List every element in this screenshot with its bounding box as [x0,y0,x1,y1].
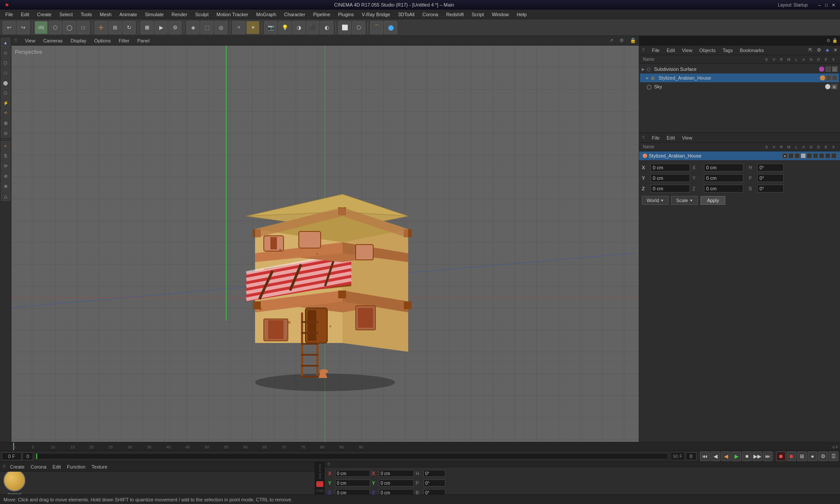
toolbar-sky[interactable]: ☀ [246,21,259,34]
toolbar-move[interactable]: ✛ [94,21,108,34]
sidebar-poly-select[interactable]: ⚡ [1,98,10,108]
obj-menu-edit[interactable]: Edit [665,48,677,53]
next-frame-button[interactable]: ▶▶ [752,452,762,461]
sidebar-subdiv[interactable]: ⊕ [1,181,10,191]
menu-3dtoall[interactable]: 3DToAll [395,11,418,18]
minimize-button[interactable]: – [816,2,822,8]
panel-settings-icon[interactable]: ⚙ [826,38,830,43]
obj-blue-icon[interactable]: ◈ [826,47,829,53]
menu-pipeline[interactable]: Pipeline [310,11,334,18]
toolbar-render-region[interactable]: ▦ [140,21,154,34]
record-auto-button[interactable]: ⏺ [787,452,796,461]
material-item-stylized[interactable]: Stylized [4,472,25,494]
sidebar-model[interactable]: ◇ [1,48,10,57]
viewport-menu-view[interactable]: View [23,38,37,43]
obj-row-house[interactable]: ▶ ⊞ Stylized_Arabian_House [640,74,839,82]
obj-vis-3[interactable]: ▩ [831,84,837,89]
obj-s-2[interactable] [826,75,831,80]
coord-panel-b[interactable] [424,489,445,494]
toolbar-render-view[interactable]: ▶ [154,21,168,34]
attr-selected-item[interactable]: Stylized_Arabian_House ● [639,151,840,160]
menu-help[interactable]: Help [513,11,530,18]
menu-file[interactable]: File [2,11,17,18]
menu-vray[interactable]: V-Ray Bridge [358,11,394,18]
attr-icon-7[interactable] [819,153,824,158]
menu-corona[interactable]: Corona [419,11,442,18]
viewport-lock-icon[interactable]: 🔒 [630,38,636,43]
material-tab-edit[interactable]: Edit [51,464,63,469]
toolbar-shader[interactable]: ◐ [320,21,333,34]
toolbar-wireframe[interactable]: ⬡ [352,21,365,34]
play-button[interactable]: ▶ [732,452,741,461]
coord-b-val[interactable] [757,185,784,192]
toolbar-redo[interactable]: ↪ [17,21,30,34]
sidebar-knife[interactable]: ≈ [1,141,10,150]
obj-menu-view[interactable]: View [680,48,694,53]
viewport-menu-display[interactable]: Display [69,38,88,43]
maximize-button[interactable]: □ [823,2,830,8]
toolbar-spline[interactable]: ⌒ [370,21,383,34]
sidebar-extrude[interactable]: ⊘ [1,171,10,181]
toolbar-scale[interactable]: ⊞ [108,21,122,34]
toolbar-display-mode[interactable]: ⬜ [338,21,351,34]
sidebar-obj-tool[interactable]: ▲ [1,38,10,47]
obj-v-2[interactable] [832,75,837,80]
record-button[interactable]: ⏺ [776,452,786,461]
obj-menu-bookmarks[interactable]: Bookmarks [738,48,766,53]
obj-expand-icon[interactable]: ⇱ [808,47,812,53]
attr-menu-file[interactable]: File [650,135,662,140]
coord-x-pos[interactable] [651,164,690,172]
menu-render[interactable]: Render [168,11,191,18]
attr-icon-3[interactable] [794,153,800,158]
stop-button[interactable]: ■ [742,452,752,461]
toolbar-camera[interactable]: 📷 [264,21,277,34]
menu-mograph[interactable]: MoGraph [252,11,280,18]
coord-panel-z-size[interactable] [379,489,414,494]
sidebar-anim[interactable]: ⬡ [1,58,10,67]
menu-create[interactable]: Create [34,11,55,18]
viewport-menu-filter[interactable]: Filter [117,38,131,43]
sidebar-paint[interactable]: □ [1,68,10,77]
sidebar-edge-select[interactable]: ⬡ [1,88,10,98]
menu-simulate[interactable]: Simulate [141,11,167,18]
obj-menu-file[interactable]: File [650,48,662,53]
apply-button[interactable]: Apply [700,196,726,205]
toolbar-render-settings[interactable]: ⚙ [168,21,182,34]
coord-panel-h[interactable] [424,470,445,477]
coord-z-pos[interactable] [651,185,690,192]
playback-config[interactable]: ⚙ [818,452,828,461]
obj-menu-objects[interactable]: Objects [697,48,717,53]
obj-config-icon[interactable]: ⚙ [817,47,821,53]
material-tab-corona[interactable]: Corona [29,464,48,469]
toolbar-material[interactable]: ◑ [292,21,305,34]
sidebar-grab[interactable]: △ [1,191,10,201]
coord-p-val[interactable] [757,174,784,182]
world-button[interactable]: World ▼ [642,196,668,205]
toolbar-points-mode[interactable]: ⬡ [49,21,62,34]
coord-z-size[interactable] [704,185,743,192]
attr-menu-edit[interactable]: Edit [665,135,677,140]
sidebar-brush[interactable]: ⊞ [1,118,10,128]
sidebar-sculpt[interactable]: ⬤ [1,78,10,88]
menu-tools[interactable]: Tools [77,11,95,18]
attr-menu-view[interactable]: View [680,135,694,140]
goto-start-button[interactable]: ⏮ [700,452,710,461]
sidebar-mirror[interactable]: ⟳ [1,161,10,171]
menu-plugins[interactable]: Plugins [335,11,357,18]
attr-icon-1[interactable]: ● [782,153,788,158]
attr-icon-2[interactable] [788,153,794,158]
menu-sculpt[interactable]: Sculpt [192,11,212,18]
menu-animate[interactable]: Animate [116,11,140,18]
menu-edit[interactable]: Edit [18,11,33,18]
toolbar-bulge[interactable]: ⬤ [384,21,397,34]
sidebar-magnet[interactable]: S [1,151,10,161]
viewport-expand-icon[interactable]: ↗ [609,38,613,43]
toolbar-snap[interactable]: ◈ [186,21,200,34]
toolbar-workplane[interactable]: ⬚ [200,21,214,34]
coord-panel-p[interactable] [424,480,445,486]
coord-panel-z-pos[interactable] [335,489,370,494]
toolbar-rotate[interactable]: ↻ [122,21,136,34]
toolbar-poly-mode[interactable]: □ [77,21,90,34]
toolbar-undo[interactable]: ↩ [3,21,16,34]
fps-input[interactable] [22,452,33,460]
